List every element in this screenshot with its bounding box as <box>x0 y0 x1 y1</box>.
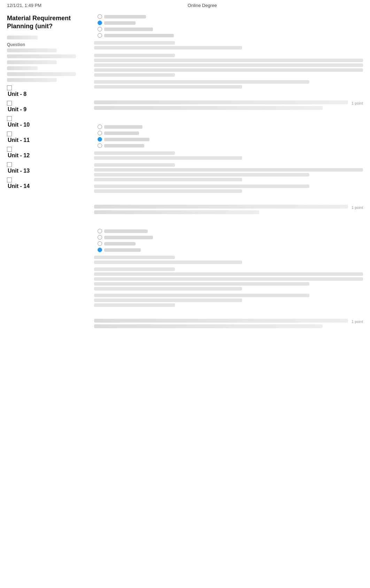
unit9-radio-3 <box>98 137 363 142</box>
unit-14-label: Unit - 14 <box>8 183 84 189</box>
unit13-radio-text-4 <box>104 248 141 252</box>
unit-8-score: 1 point <box>352 100 363 105</box>
content-area: 1 point <box>87 14 363 343</box>
unit13-radio-text-3 <box>104 242 136 246</box>
status-bar: 12/1/21, 1:49 PM Online Degree <box>0 0 370 11</box>
radio-circle-4[interactable] <box>98 33 102 38</box>
unit-8-question-row: 1 point <box>94 100 363 112</box>
unit9-radio-2 <box>98 131 363 135</box>
unit13-meta-4 <box>94 272 363 276</box>
unit9-meta-4 <box>94 168 363 172</box>
unit8-q-line-1 <box>94 100 348 104</box>
unit13-radio-1 <box>98 229 363 233</box>
radio-circle-1[interactable] <box>98 14 102 19</box>
unit9-radio-circle-4[interactable] <box>98 143 102 148</box>
unit-14-question-text <box>94 319 348 330</box>
page-title: Online Degree <box>188 3 217 8</box>
unit9-meta-2 <box>94 156 242 160</box>
top-section <box>94 14 363 94</box>
sidebar-question-line-4 <box>7 66 38 70</box>
unit13-answer-meta <box>94 256 363 307</box>
unit13-meta-2 <box>94 261 242 264</box>
radio-text-2 <box>104 21 136 25</box>
sidebar-section-label: Question <box>7 42 84 82</box>
unit9-radio-options <box>98 125 363 148</box>
unit13-meta-10 <box>94 303 175 307</box>
unit9-radio-1 <box>98 125 363 129</box>
unit13-meta-3 <box>94 267 175 271</box>
top-radio-options <box>98 14 363 38</box>
unit-10-checkbox[interactable] <box>7 116 12 121</box>
unit-14-score: 1 point <box>352 319 363 324</box>
unit13-meta-7 <box>94 287 242 291</box>
status-time: 12/1/21, 1:49 PM <box>7 3 41 8</box>
unit9-meta-6 <box>94 178 242 181</box>
unit-13-question-section <box>94 229 363 312</box>
unit9-radio-circle-1[interactable] <box>98 125 102 129</box>
unit-12-score: 1 point <box>352 205 363 210</box>
unit-8-label: Unit - 8 <box>8 91 84 97</box>
sidebar-question-line-6 <box>7 78 57 82</box>
unit8-q-line-2 <box>94 106 323 110</box>
unit13-radio-circle-1[interactable] <box>98 229 102 233</box>
unit-12-checkbox[interactable] <box>7 147 12 152</box>
unit-14-question-row: 1 point <box>94 319 363 330</box>
radio-circle-2[interactable] <box>98 21 102 25</box>
radio-option-3 <box>98 27 363 31</box>
unit9-radio-text-2 <box>104 131 139 135</box>
unit13-radio-text-1 <box>104 229 148 233</box>
unit-13-checkbox[interactable] <box>7 162 12 167</box>
unit-11-checkbox[interactable] <box>7 131 12 136</box>
unit13-radio-circle-4[interactable] <box>98 248 102 252</box>
unit9-meta-1 <box>94 151 175 155</box>
meta-line-8 <box>94 80 309 84</box>
unit13-radio-text-2 <box>104 236 153 239</box>
sidebar-question-line-1 <box>7 48 57 52</box>
radio-text-1 <box>104 15 146 18</box>
unit12-q-line-2 <box>94 210 259 214</box>
unit-9-question-section <box>94 125 363 198</box>
radio-text-3 <box>104 28 153 31</box>
unit9-answer-meta <box>94 151 363 193</box>
main-layout: Material Requirement Planning (unit? Que… <box>0 11 370 346</box>
unit13-radio-2 <box>98 235 363 240</box>
unit-8-checkbox[interactable] <box>7 85 12 90</box>
unit-14-checkbox[interactable] <box>7 178 12 182</box>
radio-circle-3[interactable] <box>98 27 102 31</box>
unit-14-row <box>7 178 84 182</box>
unit13-meta-6 <box>94 282 309 286</box>
unit-8-question-section: 1 point <box>94 100 363 118</box>
unit-11-label: Unit - 11 <box>8 137 84 143</box>
unit9-radio-circle-2[interactable] <box>98 131 102 135</box>
unit9-radio-text-1 <box>104 125 142 129</box>
unit-13-label: Unit - 13 <box>8 168 84 174</box>
unit9-radio-text-3 <box>104 138 149 141</box>
unit9-radio-circle-3[interactable] <box>98 137 102 142</box>
unit9-meta-3 <box>94 163 175 167</box>
radio-option-4 <box>98 33 363 38</box>
unit13-radio-3 <box>98 241 363 246</box>
sidebar-question-line-2 <box>7 54 76 58</box>
radio-option-1 <box>98 14 363 19</box>
sidebar-meta <box>7 36 84 39</box>
meta-line-2 <box>94 46 242 50</box>
unit13-radio-options <box>98 229 363 252</box>
unit-13-row <box>7 162 84 167</box>
unit13-radio-circle-3[interactable] <box>98 241 102 246</box>
unit-8-question-text <box>94 100 348 112</box>
unit-12-question-text <box>94 205 348 216</box>
meta-line-3 <box>94 54 175 57</box>
unit-9-checkbox[interactable] <box>7 101 12 106</box>
unit-12-row <box>7 147 84 152</box>
sidebar: Material Requirement Planning (unit? Que… <box>7 14 87 343</box>
unit9-radio-4 <box>98 143 363 148</box>
unit13-radio-circle-2[interactable] <box>98 235 102 240</box>
unit13-radio-4 <box>98 248 363 252</box>
unit13-meta-1 <box>94 256 175 259</box>
meta-line-6 <box>94 68 363 72</box>
unit-12-question-row: 1 point <box>94 205 363 216</box>
sidebar-question-line-3 <box>7 60 57 64</box>
meta-line-5 <box>94 63 363 67</box>
unit13-meta-9 <box>94 299 242 302</box>
meta-line-9 <box>94 85 242 89</box>
